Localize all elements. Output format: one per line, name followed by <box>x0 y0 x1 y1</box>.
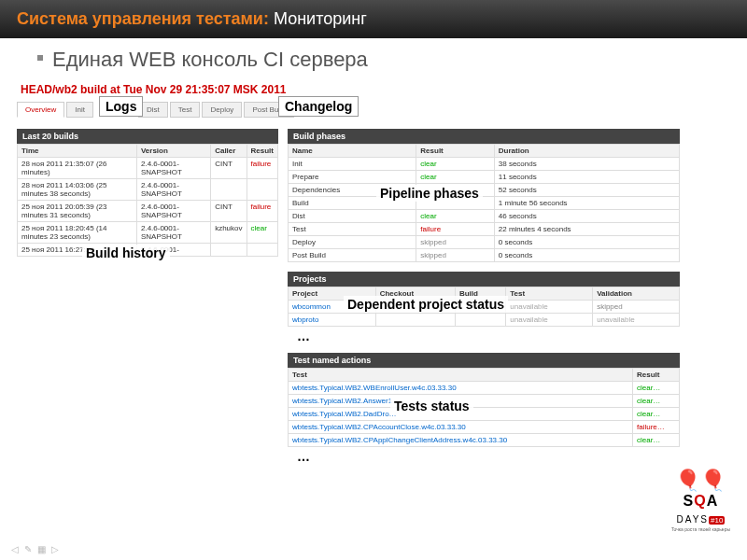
table-row[interactable]: Dependencies52 seconds <box>289 184 680 197</box>
build-history-header: Last 20 builds <box>17 129 278 144</box>
table-row[interactable]: wbtests.Typical.WB2.DadDro…clear… <box>289 408 680 421</box>
table-header-row: Time Version Caller Result <box>18 145 278 158</box>
col-version: Version <box>136 145 210 158</box>
nav-edit-icon[interactable]: ✎ <box>24 544 32 554</box>
projects-ellipsis: … <box>288 327 680 343</box>
slide-title-bar: Система управления тестами: Мониторинг <box>0 0 747 38</box>
col-result: Result <box>247 145 277 158</box>
title-orange: Система управления тестами: <box>17 9 269 28</box>
slide-subtitle: Единая WEB консоль CI сервера <box>52 48 368 71</box>
tests-header: Test named actions <box>288 353 680 368</box>
tests-table: TestResult wbtests.Typical.WB2.WBEnrollU… <box>288 368 680 447</box>
table-row[interactable]: wbtests.Typical.WB2.CPApplChangeClientAd… <box>289 434 680 447</box>
projects-header: Projects <box>288 272 680 287</box>
table-header-row: NameResultDuration <box>289 145 680 158</box>
table-row[interactable]: wbtests.Typical.WB2.Answer1clear… <box>289 395 680 408</box>
sqa-days-logo: 🎈🎈 SQA DAYS#10 Точка роста твоей карьеры <box>671 469 730 532</box>
console-area: HEAD/wb2 build at Tue Nov 29 21:35:07 MS… <box>0 77 747 464</box>
col-time: Time <box>18 145 137 158</box>
callout-tests-status: Tests status <box>390 398 473 414</box>
table-row[interactable]: wbtests.Typical.WB2.WBEnrollUser.w4c.03.… <box>289 382 680 395</box>
nav-grid-icon[interactable]: ▦ <box>37 544 46 554</box>
callout-pipeline-phases: Pipeline phases <box>376 185 483 202</box>
table-row[interactable]: wbprotounavailableunavailable <box>289 314 680 327</box>
build-history-table: Time Version Caller Result 28 ноя 2011 2… <box>17 144 278 257</box>
phases-table: NameResultDuration Initclear38 seconds P… <box>288 144 680 262</box>
table-row[interactable]: Prepareclear11 seconds <box>289 171 680 184</box>
left-column: Last 20 builds Time Version Caller Resul… <box>17 129 278 464</box>
slide-subtitle-row: Единая WEB консоль CI сервера <box>0 38 747 77</box>
table-row[interactable]: 28 ноя 2011 14:03:06 (25 minutes 38 seco… <box>18 179 278 201</box>
table-row[interactable]: Distclear46 seconds <box>289 210 680 223</box>
callout-dependent-projects: Dependent project status <box>344 296 508 313</box>
panels: Last 20 builds Time Version Caller Resul… <box>17 129 730 464</box>
callout-logs: Logs <box>99 96 143 117</box>
bullet-icon <box>37 55 43 61</box>
table-row[interactable]: wbtests.Typical.WB2.CPAccountClose.w4c.0… <box>289 421 680 434</box>
callout-build-history: Build history <box>82 245 170 261</box>
tab-init[interactable]: Init <box>66 102 93 118</box>
title-white: Мониторинг <box>274 9 367 28</box>
tab-test[interactable]: Test <box>170 102 201 118</box>
table-row[interactable]: Deployskipped0 seconds <box>289 236 680 249</box>
nav-prev-icon[interactable]: ◁ <box>11 544 19 554</box>
nav-next-icon[interactable]: ▷ <box>51 544 59 554</box>
tab-deploy[interactable]: Deploy <box>202 102 242 118</box>
phases-header: Build phases <box>288 129 680 144</box>
table-row[interactable]: 25 ноя 2011 20:05:39 (23 minutes 31 seco… <box>18 201 278 222</box>
table-row[interactable]: Testfailure22 minutes 4 seconds <box>289 223 680 236</box>
logo-sqa: SQA <box>671 493 730 510</box>
logo-sub: Точка роста твоей карьеры <box>671 526 730 532</box>
table-row[interactable]: Build1 minute 56 seconds <box>289 197 680 210</box>
tab-overview[interactable]: Overview <box>17 102 64 118</box>
table-row[interactable]: Post Buildskipped0 seconds <box>289 249 680 262</box>
right-column: Build phases NameResultDuration Initclea… <box>288 129 680 464</box>
table-row[interactable]: 28 ноя 2011 21:35:07 (26 minutes)2.4.6-0… <box>18 158 278 179</box>
balloons-icon: 🎈🎈 <box>671 469 730 493</box>
table-header-row: TestResult <box>289 369 680 382</box>
logo-days: DAYS#10 <box>671 510 730 526</box>
callout-changelog: Changelog <box>278 96 359 117</box>
nav-footer: ◁ ✎ ▦ ▷ <box>11 544 59 554</box>
tabs: Overview Init Logs Dist Test Deploy Post… <box>17 102 730 118</box>
col-caller: Caller <box>211 145 247 158</box>
table-row[interactable]: Initclear38 seconds <box>289 158 680 171</box>
table-row[interactable]: 25 ноя 2011 18:20:45 (14 minutes 23 seco… <box>18 222 278 244</box>
tests-ellipsis: … <box>288 447 680 464</box>
